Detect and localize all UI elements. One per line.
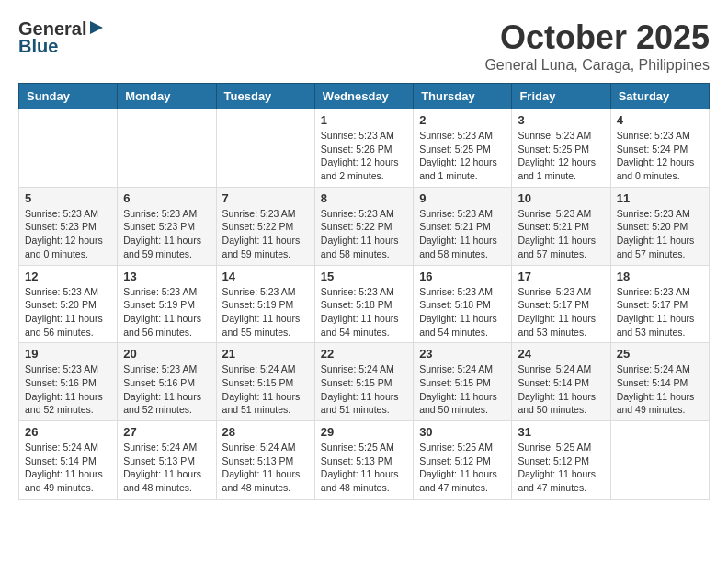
day-info: Sunrise: 5:23 AMSunset: 5:23 PMDaylight:… xyxy=(123,207,210,261)
day-number: 12 xyxy=(25,270,111,283)
calendar-cell: 5Sunrise: 5:23 AMSunset: 5:23 PMDaylight… xyxy=(19,187,118,265)
day-number: 3 xyxy=(518,113,604,127)
calendar-cell: 26Sunrise: 5:24 AMSunset: 5:14 PMDayligh… xyxy=(19,421,118,500)
calendar-cell: 2Sunrise: 5:23 AMSunset: 5:25 PMDaylight… xyxy=(414,109,512,188)
day-info: Sunrise: 5:24 AMSunset: 5:14 PMDaylight:… xyxy=(25,441,111,495)
day-number: 26 xyxy=(25,425,111,439)
day-info: Sunrise: 5:24 AMSunset: 5:14 PMDaylight:… xyxy=(617,362,703,417)
calendar-cell: 14Sunrise: 5:23 AMSunset: 5:19 PMDayligh… xyxy=(216,265,314,343)
day-number: 23 xyxy=(419,347,506,361)
calendar-cell: 17Sunrise: 5:23 AMSunset: 5:17 PMDayligh… xyxy=(512,265,610,343)
weekday-header-wednesday: Wednesday xyxy=(314,84,413,109)
calendar-cell: 31Sunrise: 5:25 AMSunset: 5:12 PMDayligh… xyxy=(512,421,610,500)
day-info: Sunrise: 5:25 AMSunset: 5:13 PMDaylight:… xyxy=(321,441,407,495)
calendar-cell: 13Sunrise: 5:23 AMSunset: 5:19 PMDayligh… xyxy=(118,265,216,343)
calendar-cell: 7Sunrise: 5:23 AMSunset: 5:22 PMDaylight… xyxy=(216,187,314,265)
calendar-cell: 22Sunrise: 5:24 AMSunset: 5:15 PMDayligh… xyxy=(314,343,413,421)
calendar-cell: 24Sunrise: 5:24 AMSunset: 5:14 PMDayligh… xyxy=(512,343,610,421)
day-info: Sunrise: 5:24 AMSunset: 5:15 PMDaylight:… xyxy=(222,362,309,417)
day-info: Sunrise: 5:24 AMSunset: 5:15 PMDaylight:… xyxy=(321,362,407,417)
calendar-week-row: 5Sunrise: 5:23 AMSunset: 5:23 PMDaylight… xyxy=(19,187,710,265)
calendar-cell: 23Sunrise: 5:24 AMSunset: 5:15 PMDayligh… xyxy=(414,343,512,421)
calendar-cell: 21Sunrise: 5:24 AMSunset: 5:15 PMDayligh… xyxy=(216,343,314,421)
day-info: Sunrise: 5:23 AMSunset: 5:18 PMDaylight:… xyxy=(419,285,506,339)
day-info: Sunrise: 5:25 AMSunset: 5:12 PMDaylight:… xyxy=(419,441,506,495)
day-info: Sunrise: 5:23 AMSunset: 5:21 PMDaylight:… xyxy=(518,207,604,261)
calendar-cell xyxy=(118,109,216,188)
day-number: 17 xyxy=(518,270,604,283)
day-number: 7 xyxy=(222,191,309,205)
day-number: 9 xyxy=(419,191,506,205)
calendar-cell: 6Sunrise: 5:23 AMSunset: 5:23 PMDaylight… xyxy=(118,187,216,265)
logo-blue-text: Blue xyxy=(18,36,58,57)
day-number: 25 xyxy=(617,347,703,361)
location: General Luna, Caraga, Philippines xyxy=(484,57,710,74)
page-header: General Blue October 2025 General Luna, … xyxy=(18,18,710,74)
day-info: Sunrise: 5:23 AMSunset: 5:26 PMDaylight:… xyxy=(321,129,407,183)
day-number: 24 xyxy=(518,347,604,361)
calendar-cell: 11Sunrise: 5:23 AMSunset: 5:20 PMDayligh… xyxy=(610,187,709,265)
weekday-header-saturday: Saturday xyxy=(610,84,709,109)
day-info: Sunrise: 5:23 AMSunset: 5:19 PMDaylight:… xyxy=(222,285,309,339)
day-number: 13 xyxy=(123,270,210,283)
day-number: 1 xyxy=(321,113,407,127)
month-title: October 2025 xyxy=(484,18,710,57)
calendar-week-row: 26Sunrise: 5:24 AMSunset: 5:14 PMDayligh… xyxy=(19,421,710,500)
day-info: Sunrise: 5:23 AMSunset: 5:20 PMDaylight:… xyxy=(25,285,111,339)
calendar-cell: 18Sunrise: 5:23 AMSunset: 5:17 PMDayligh… xyxy=(610,265,709,343)
calendar-cell xyxy=(610,421,709,500)
day-number: 6 xyxy=(123,191,210,205)
day-info: Sunrise: 5:23 AMSunset: 5:24 PMDaylight:… xyxy=(617,129,703,183)
calendar-cell: 8Sunrise: 5:23 AMSunset: 5:22 PMDaylight… xyxy=(314,187,413,265)
day-number: 16 xyxy=(419,270,506,283)
day-info: Sunrise: 5:24 AMSunset: 5:14 PMDaylight:… xyxy=(518,362,604,417)
day-info: Sunrise: 5:23 AMSunset: 5:16 PMDaylight:… xyxy=(25,362,111,417)
day-number: 29 xyxy=(321,425,407,439)
calendar-week-row: 1Sunrise: 5:23 AMSunset: 5:26 PMDaylight… xyxy=(19,109,710,188)
weekday-header-friday: Friday xyxy=(512,84,610,109)
day-number: 4 xyxy=(617,113,703,127)
calendar-cell: 28Sunrise: 5:24 AMSunset: 5:13 PMDayligh… xyxy=(216,421,314,500)
logo-icon xyxy=(90,19,107,36)
day-number: 27 xyxy=(123,425,210,439)
day-info: Sunrise: 5:23 AMSunset: 5:21 PMDaylight:… xyxy=(419,207,506,261)
calendar-week-row: 12Sunrise: 5:23 AMSunset: 5:20 PMDayligh… xyxy=(19,265,710,343)
day-info: Sunrise: 5:23 AMSunset: 5:18 PMDaylight:… xyxy=(321,285,407,339)
calendar-cell: 15Sunrise: 5:23 AMSunset: 5:18 PMDayligh… xyxy=(314,265,413,343)
day-info: Sunrise: 5:23 AMSunset: 5:17 PMDaylight:… xyxy=(518,285,604,339)
weekday-header-sunday: Sunday xyxy=(19,84,118,109)
weekday-header-tuesday: Tuesday xyxy=(216,84,314,109)
day-number: 15 xyxy=(321,270,407,283)
calendar-cell xyxy=(216,109,314,188)
calendar-week-row: 19Sunrise: 5:23 AMSunset: 5:16 PMDayligh… xyxy=(19,343,710,421)
calendar-cell: 19Sunrise: 5:23 AMSunset: 5:16 PMDayligh… xyxy=(19,343,118,421)
day-info: Sunrise: 5:23 AMSunset: 5:20 PMDaylight:… xyxy=(617,207,703,261)
day-info: Sunrise: 5:23 AMSunset: 5:25 PMDaylight:… xyxy=(518,129,604,183)
day-number: 30 xyxy=(419,425,506,439)
day-number: 28 xyxy=(222,425,309,439)
calendar-cell: 1Sunrise: 5:23 AMSunset: 5:26 PMDaylight… xyxy=(314,109,413,188)
logo: General Blue xyxy=(18,18,107,57)
calendar-cell: 4Sunrise: 5:23 AMSunset: 5:24 PMDaylight… xyxy=(610,109,709,188)
calendar-cell: 16Sunrise: 5:23 AMSunset: 5:18 PMDayligh… xyxy=(414,265,512,343)
day-info: Sunrise: 5:23 AMSunset: 5:23 PMDaylight:… xyxy=(25,207,111,261)
calendar-cell: 25Sunrise: 5:24 AMSunset: 5:14 PMDayligh… xyxy=(610,343,709,421)
day-info: Sunrise: 5:23 AMSunset: 5:17 PMDaylight:… xyxy=(617,285,703,339)
calendar-cell: 20Sunrise: 5:23 AMSunset: 5:16 PMDayligh… xyxy=(118,343,216,421)
weekday-header-monday: Monday xyxy=(118,84,216,109)
day-info: Sunrise: 5:23 AMSunset: 5:19 PMDaylight:… xyxy=(123,285,210,339)
day-info: Sunrise: 5:25 AMSunset: 5:12 PMDaylight:… xyxy=(518,441,604,495)
weekday-header-thursday: Thursday xyxy=(414,84,512,109)
calendar-cell xyxy=(19,109,118,188)
svg-marker-0 xyxy=(90,21,103,34)
day-info: Sunrise: 5:24 AMSunset: 5:15 PMDaylight:… xyxy=(419,362,506,417)
day-number: 14 xyxy=(222,270,309,283)
calendar-cell: 29Sunrise: 5:25 AMSunset: 5:13 PMDayligh… xyxy=(314,421,413,500)
calendar-cell: 12Sunrise: 5:23 AMSunset: 5:20 PMDayligh… xyxy=(19,265,118,343)
day-number: 21 xyxy=(222,347,309,361)
calendar-cell: 27Sunrise: 5:24 AMSunset: 5:13 PMDayligh… xyxy=(118,421,216,500)
day-number: 5 xyxy=(25,191,111,205)
day-info: Sunrise: 5:23 AMSunset: 5:22 PMDaylight:… xyxy=(321,207,407,261)
day-number: 18 xyxy=(617,270,703,283)
calendar-cell: 30Sunrise: 5:25 AMSunset: 5:12 PMDayligh… xyxy=(414,421,512,500)
